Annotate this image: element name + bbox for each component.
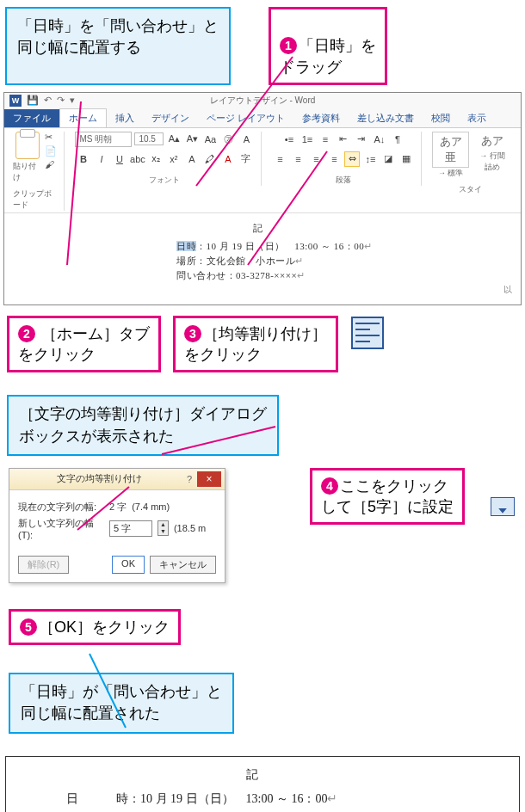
new-width-input[interactable]: 5 字 <box>109 520 152 537</box>
distribute-icon-enlarged <box>351 317 384 349</box>
tab-references[interactable]: 参考資料 <box>293 109 349 127</box>
group-paragraph: •≡ 1≡ ≡ ⇤ ⇥ A↓ ¶ ≡ ≡ ≡ ≡ ⇔ ↕≡ ◪ ▦ 段落 <box>269 132 422 186</box>
spinner-down-icon[interactable]: ▼ <box>158 528 168 535</box>
ruby-icon[interactable]: ㋐ <box>220 132 236 147</box>
ribbon-tabs: ファイル ホーム 挿入 デザイン ページ レイアウト 参考資料 差し込み文書 校… <box>4 108 521 127</box>
strike-icon[interactable]: abc <box>130 151 145 167</box>
group-clipboard: 貼り付け ✂ 📄 🖌 クリップボード <box>9 132 65 211</box>
decrease-indent-icon[interactable]: ⇤ <box>336 132 351 147</box>
tab-view[interactable]: 表示 <box>459 109 495 127</box>
doc-line-datetime: 日時：10 月 19 日（日） 13:00 ～ 16：00↵ <box>176 240 521 253</box>
increase-font-icon[interactable]: A▴ <box>166 132 182 147</box>
group-label-paragraph: 段落 <box>336 175 351 186</box>
tab-home[interactable]: ホーム <box>59 108 107 127</box>
result-line-datetime: 日時：10 月 19 日（日） 13:00 ～ 16：00↵ <box>66 791 493 807</box>
current-width-mm: (7.4 mm) <box>132 501 170 512</box>
copy-icon[interactable]: 📄 <box>45 145 57 157</box>
qat-dropdown-icon[interactable]: ▾ <box>70 95 75 106</box>
current-width-value: 2 字 <box>109 501 127 514</box>
tab-insert[interactable]: 挿入 <box>107 109 143 127</box>
new-width-mm: (18.5 m <box>174 523 206 533</box>
style-preview-2[interactable]: あア <box>476 132 509 151</box>
highlight-icon[interactable]: 🖍 <box>202 151 218 167</box>
decrease-font-icon[interactable]: A▾ <box>184 132 200 147</box>
dialog-body: 現在の文字列の幅: 2 字 (7.4 mm) 新しい文字列の幅(T): 5 字 … <box>9 490 225 551</box>
selected-text-datetime: 日時 <box>176 241 196 251</box>
subscript-icon[interactable]: x₂ <box>148 151 164 167</box>
dialog-distribute: 文字の均等割り付け ? × 現在の文字列の幅: 2 字 (7.4 mm) 新しい… <box>9 468 225 583</box>
show-marks-icon[interactable]: ¶ <box>390 132 405 147</box>
char-border-icon[interactable]: A <box>238 132 254 147</box>
word-window: W 💾 ↶ ↷ ▾ レイアウトデザイン - Word ファイル ホーム 挿入 デ… <box>3 92 522 305</box>
doc-line-contact: 問い合わせ：03-3278-××××↵ <box>176 269 521 282</box>
paste-icon[interactable] <box>15 132 40 159</box>
borders-icon[interactable]: ▦ <box>398 151 414 167</box>
redo-icon[interactable]: ↷ <box>57 95 65 106</box>
help-icon[interactable]: ? <box>182 474 197 484</box>
numbering-icon[interactable]: 1≡ <box>300 132 315 147</box>
window-title: レイアウトデザイン - Word <box>210 95 316 107</box>
para-mark-icon: ↵ <box>297 270 306 280</box>
italic-icon[interactable]: I <box>94 151 109 167</box>
bullets-icon[interactable]: •≡ <box>281 132 297 147</box>
group-label-clipboard: クリップボード <box>13 188 57 211</box>
release-button[interactable]: 解除(R) <box>18 556 69 574</box>
doc-line-place: 場所：文化会館 小ホール↵ <box>176 255 521 268</box>
step-number: 2 <box>18 325 35 342</box>
shading-icon[interactable]: ◪ <box>380 151 396 167</box>
callout-step3: 3［均等割り付け］ をクリック <box>173 316 338 373</box>
dialog-titlebar: 文字の均等割り付け ? × <box>9 469 225 490</box>
step-number: 1 <box>280 37 297 54</box>
word-icon: W <box>9 95 22 107</box>
result-heading-ki: 記 <box>32 767 493 783</box>
phonetic-icon[interactable]: Aa <box>202 132 218 147</box>
char-shading-icon[interactable]: 字 <box>238 151 254 167</box>
spinner[interactable]: ▲▼ <box>158 520 169 536</box>
bold-icon[interactable]: B <box>76 151 91 167</box>
underline-icon[interactable]: U <box>112 151 127 167</box>
tab-mailings[interactable]: 差し込み文書 <box>349 109 423 127</box>
font-name-select[interactable]: MS 明朝 <box>75 132 132 147</box>
spinner-up-icon[interactable]: ▲ <box>158 521 168 528</box>
ok-button[interactable]: OK <box>112 556 145 574</box>
sort-icon[interactable]: A↓ <box>372 132 387 147</box>
undo-icon[interactable]: ↶ <box>44 95 52 106</box>
justify-icon[interactable]: ≡ <box>326 151 342 167</box>
para-mark-icon: ↵ <box>295 255 304 266</box>
tab-pagelayout[interactable]: ページ レイアウト <box>198 109 293 127</box>
tab-design[interactable]: デザイン <box>143 109 198 127</box>
step-number: 5 <box>20 618 37 636</box>
align-left-icon[interactable]: ≡ <box>272 151 287 167</box>
multilevel-icon[interactable]: ≡ <box>318 132 333 147</box>
cancel-button[interactable]: キャンセル <box>150 556 216 574</box>
result-datetime-label-a: 日 <box>66 792 78 805</box>
callout-dialog-shown: ［文字の均等割り付け］ダイアログ ボックスが表示された <box>7 395 279 455</box>
distribute-icon[interactable]: ⇔ <box>344 151 360 167</box>
tab-review[interactable]: 校閲 <box>423 109 459 127</box>
group-font: MS 明朝 10.5 A▴ A▾ Aa ㋐ A B I U abc x₂ x² … <box>71 132 262 186</box>
font-color-icon[interactable]: A <box>220 151 236 167</box>
document-area[interactable]: 記 日時：10 月 19 日（日） 13:00 ～ 16：00↵ 場所：文化会館… <box>4 212 521 304</box>
align-right-icon[interactable]: ≡ <box>308 151 324 167</box>
group-label-styles: スタイ <box>459 184 482 195</box>
para-mark-icon: ↵ <box>327 792 337 805</box>
close-icon[interactable]: × <box>197 471 221 487</box>
tab-file[interactable]: ファイル <box>4 109 59 127</box>
superscript-icon[interactable]: x² <box>166 151 182 167</box>
style-preview-1[interactable]: あア亜 <box>432 132 468 168</box>
style-name-1: → 標準 <box>432 168 468 179</box>
format-painter-icon[interactable]: 🖌 <box>45 159 57 169</box>
style-name-2: → 行間詰め <box>476 151 509 173</box>
text-effects-icon[interactable]: A <box>184 151 200 167</box>
line-spacing-icon[interactable]: ↕≡ <box>362 151 378 167</box>
doc-heading-ki: 記 <box>4 222 521 235</box>
font-size-select[interactable]: 10.5 <box>134 132 164 145</box>
increase-indent-icon[interactable]: ⇥ <box>354 132 369 147</box>
align-center-icon[interactable]: ≡ <box>290 151 306 167</box>
callout-intro: 「日時」を「問い合わせ」と 同じ幅に配置する <box>5 7 231 85</box>
callout-step4: 4ここをクリック して［5字］に設定 <box>310 468 465 526</box>
group-styles: あア亜 → 標準 あア → 行間詰め スタイ <box>429 132 516 195</box>
cut-icon[interactable]: ✂ <box>45 132 57 143</box>
save-icon[interactable]: 💾 <box>27 95 39 106</box>
ribbon-body: 貼り付け ✂ 📄 🖌 クリップボード MS 明朝 10.5 A▴ A▾ Aa ㋐… <box>4 127 521 212</box>
